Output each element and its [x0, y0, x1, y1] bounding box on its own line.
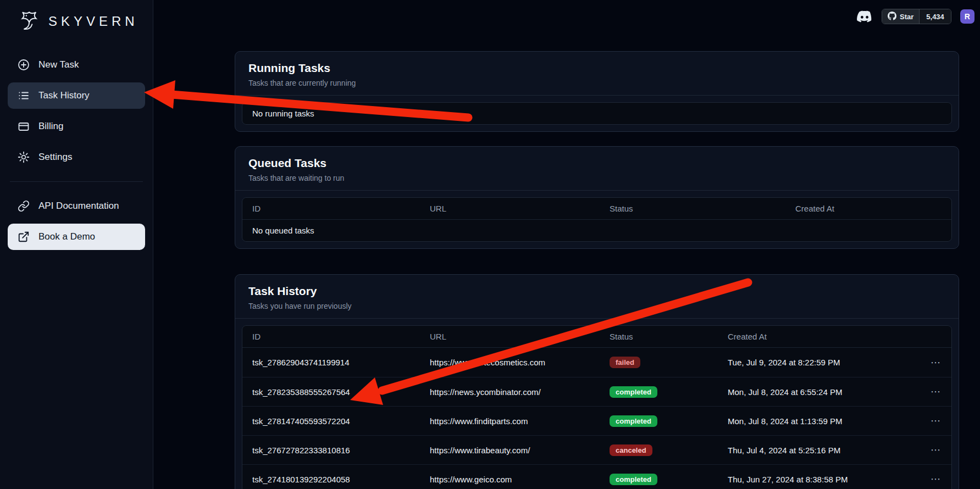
status-badge: failed [610, 357, 640, 368]
queued-tasks-table: ID URL Status Created At No queued tasks [242, 197, 952, 242]
task-id-cell: tsk_276727822333810816 [242, 446, 420, 455]
sidebar-item-settings[interactable]: Settings [8, 144, 145, 170]
running-tasks-table: No running tasks [242, 102, 952, 125]
sidebar-item-task-history[interactable]: Task History [8, 82, 145, 109]
github-star-label: Star [900, 13, 913, 21]
column-header-status: Status [600, 204, 785, 213]
column-header-created-at: Created At [785, 204, 951, 213]
row-menu-button[interactable]: ⋯ [931, 358, 942, 368]
status-badge: completed [610, 474, 657, 485]
sidebar-item-billing[interactable]: Billing [8, 113, 145, 140]
sidebar-item-label: Settings [38, 152, 72, 163]
sidebar: SKYVERN New Task Task History [0, 0, 153, 489]
table-row[interactable]: tsk_276727822333810816 https://www.tirab… [242, 435, 951, 464]
logo[interactable]: SKYVERN [8, 8, 145, 35]
sidebar-item-label: Book a Demo [38, 231, 95, 242]
sidebar-item-label: Task History [38, 90, 90, 101]
task-created-cell: Mon, Jul 8, 2024 at 1:13:59 PM [718, 416, 916, 426]
task-id-cell: tsk_278235388555267564 [242, 387, 420, 397]
sidebar-divider [10, 181, 143, 182]
column-header-id: ID [242, 204, 420, 213]
sidebar-item-label: New Task [38, 59, 79, 70]
credit-card-icon [18, 120, 30, 132]
card-title: Running Tasks [248, 62, 945, 75]
task-url-cell: https://www.geico.com [420, 475, 600, 484]
task-id-cell: tsk_278147405593572204 [242, 416, 420, 426]
skyvern-logo-icon [18, 10, 42, 33]
empty-state: No running tasks [242, 103, 951, 124]
task-history-card: Task History Tasks you have run previous… [235, 274, 959, 489]
task-url-cell: https://www.tartecosmetics.com [420, 358, 600, 367]
task-id-cell: tsk_278629043741199914 [242, 358, 420, 367]
list-icon [18, 90, 30, 102]
queued-tasks-header: Queued Tasks Tasks that are waiting to r… [235, 147, 959, 191]
running-tasks-card: Running Tasks Tasks that are currently r… [235, 51, 959, 132]
table-row[interactable]: tsk_278147405593572204 https://www.findi… [242, 406, 951, 435]
running-tasks-header: Running Tasks Tasks that are currently r… [235, 52, 959, 96]
card-subtitle: Tasks that are currently running [248, 79, 945, 87]
card-title: Task History [248, 285, 945, 298]
table-row[interactable]: tsk_278629043741199914 https://www.tarte… [242, 348, 951, 377]
row-menu-button[interactable]: ⋯ [931, 474, 942, 484]
column-header-created-at: Created At [718, 332, 916, 341]
topbar: Star 5,434 R S [856, 9, 980, 24]
row-menu-button[interactable]: ⋯ [931, 387, 942, 397]
status-badge: canceled [610, 444, 652, 456]
row-menu-button[interactable]: ⋯ [931, 445, 942, 455]
github-star-widget[interactable]: Star 5,434 [882, 9, 951, 24]
gear-icon [18, 151, 30, 163]
task-created-cell: Mon, Jul 8, 2024 at 6:55:24 PM [718, 387, 916, 397]
task-url-cell: https://www.tirabeauty.com/ [420, 446, 600, 455]
sidebar-item-api-documentation[interactable]: API Documentation [8, 193, 145, 219]
task-created-cell: Thu, Jun 27, 2024 at 8:38:58 PM [718, 475, 916, 484]
sidebar-secondary-nav: API Documentation Book a Demo [8, 193, 145, 250]
task-history-table: ID URL Status Created At tsk_27862904374… [242, 325, 952, 489]
row-menu-button[interactable]: ⋯ [931, 416, 942, 426]
github-star-button[interactable]: Star [882, 9, 919, 24]
column-header-status: Status [600, 332, 718, 341]
discord-icon[interactable] [856, 10, 873, 23]
task-history-header: Task History Tasks you have run previous… [235, 275, 959, 319]
github-star-count[interactable]: 5,434 [919, 9, 951, 24]
task-url-cell: https://www.finditparts.com [420, 416, 600, 426]
card-subtitle: Tasks that are waiting to run [248, 174, 945, 182]
column-header-url: URL [420, 204, 600, 213]
task-id-cell: tsk_274180139292204058 [242, 475, 420, 484]
sidebar-item-new-task[interactable]: New Task [8, 52, 145, 78]
task-url-cell: https://news.ycombinator.com/ [420, 387, 600, 397]
card-title: Queued Tasks [248, 157, 945, 170]
plus-circle-icon [18, 59, 30, 71]
sidebar-item-label: API Documentation [38, 201, 119, 212]
external-link-icon [18, 231, 30, 243]
avatar[interactable]: R [960, 9, 975, 24]
task-created-cell: Tue, Jul 9, 2024 at 8:22:59 PM [718, 358, 916, 367]
table-header-row: ID URL Status Created At [242, 326, 951, 348]
sidebar-item-label: Billing [38, 121, 63, 132]
column-header-id: ID [242, 332, 420, 341]
sidebar-nav: New Task Task History Billing [8, 52, 145, 170]
table-row[interactable]: tsk_274180139292204058 https://www.geico… [242, 464, 951, 489]
queued-tasks-card: Queued Tasks Tasks that are waiting to r… [235, 146, 959, 249]
main-content: Running Tasks Tasks that are currently r… [154, 0, 980, 489]
status-badge: completed [610, 415, 657, 427]
card-subtitle: Tasks you have run previously [248, 302, 945, 310]
sidebar-item-book-a-demo[interactable]: Book a Demo [8, 224, 145, 250]
github-icon [888, 12, 896, 22]
column-header-url: URL [420, 332, 600, 341]
logo-text: SKYVERN [48, 14, 139, 29]
task-created-cell: Thu, Jul 4, 2024 at 5:25:16 PM [718, 446, 916, 455]
table-header-row: ID URL Status Created At [242, 198, 951, 220]
empty-state: No queued tasks [242, 220, 951, 241]
status-badge: completed [610, 386, 657, 398]
link-icon [18, 200, 30, 212]
table-row[interactable]: tsk_278235388555267564 https://news.ycom… [242, 377, 951, 406]
